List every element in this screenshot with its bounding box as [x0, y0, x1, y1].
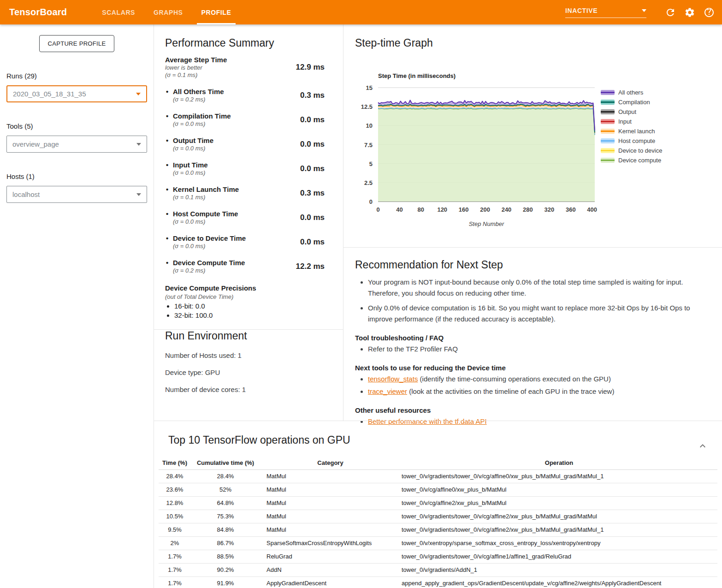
performance-item: •Output Time(σ = 0.0 ms)0.0 ms	[165, 137, 332, 152]
table-row: 2%86.7%SparseSoftmaxCrossEntropyWithLogi…	[159, 536, 717, 550]
table-row: 12.8%64.8%MatMultower_0/v/cg/affine2/xw_…	[159, 496, 717, 510]
item-label: Output Time	[173, 137, 213, 145]
svg-text:80: 80	[418, 206, 424, 213]
table-cell: tower_0/v/gradients/AddN_1	[401, 563, 717, 576]
step-time-graph-title: Step-time Graph	[355, 37, 711, 49]
table-cell: SparseSoftmaxCrossEntropyWithLogits	[260, 536, 401, 550]
performance-item: •All Others Time(σ = 0.2 ms)0.3 ms	[165, 88, 332, 103]
link-item: tensorflow_stats (identify the time-cons…	[368, 374, 704, 385]
legend-label: Input	[618, 118, 632, 125]
tools-value: overview_page	[12, 140, 59, 148]
performance-items: •All Others Time(σ = 0.2 ms)0.3 ms•Compi…	[165, 88, 332, 274]
legend-swatch	[601, 129, 615, 134]
step-time-chart: 02.557.51012.515040801201602002402803203…	[343, 72, 722, 234]
bullet: •	[165, 137, 173, 152]
tab-scalars[interactable]: SCALARS	[95, 0, 142, 24]
column-header: Category	[260, 456, 401, 469]
legend-swatch	[601, 138, 615, 143]
nav-tabs: SCALARSGRAPHSPROFILE	[93, 0, 240, 24]
chart-wrap: 02.557.51012.515040801201602002402803203…	[343, 72, 722, 248]
legend-item: Device compute	[601, 155, 662, 165]
table-cell: ApplyGradientDescent	[260, 576, 401, 588]
table-cell: 10.5%	[159, 510, 191, 523]
legend-swatch	[601, 119, 615, 124]
performance-item: •Compilation Time(σ = 0.0 ms)0.0 ms	[165, 112, 332, 128]
sidebar: CAPTURE PROFILE Runs (29)2020_03_05_18_3…	[0, 24, 154, 588]
toolbar: TensorBoard SCALARSGRAPHSPROFILE INACTIV…	[0, 0, 722, 24]
tab-graphs[interactable]: GRAPHS	[147, 0, 189, 24]
table-row: 1.7%88.5%ReluGradtower_0/v/gradients/tow…	[159, 550, 717, 563]
table-cell: tower_0/v/gradients/tower_0/v/cg/affine1…	[401, 550, 717, 563]
legend-item: Compilation	[601, 97, 662, 107]
table-cell: tower_0/v/xentropy/sparse_softmax_cross_…	[401, 536, 717, 550]
legend-swatch	[601, 109, 615, 114]
sidebar-selectors: Runs (29)2020_03_05_18_31_35Tools (5)ove…	[6, 72, 147, 203]
average-step-time-label: Average Step Time	[165, 56, 227, 64]
svg-text:7.5: 7.5	[364, 142, 373, 148]
table-cell: 64.8%	[191, 496, 260, 510]
table-cell: 52%	[191, 483, 260, 496]
precisions-note: (out of Total Device Time)	[165, 293, 332, 300]
average-step-time-row: Average Step Time lower is better (σ = 0…	[165, 56, 332, 79]
table-cell: 12.8%	[159, 496, 191, 510]
item-value: 0.3 ms	[300, 91, 332, 100]
chevron-down-icon	[642, 9, 646, 12]
svg-text:15: 15	[366, 84, 373, 91]
chart-legend: All othersCompilationOutputInputKernel l…	[601, 88, 662, 165]
legend-label: All others	[618, 89, 643, 96]
table-cell: tower_0/v/gradients/tower_0/v/cg/affine2…	[401, 510, 717, 523]
bullet: •	[165, 88, 173, 103]
table-cell: tower_0/v/gradients/tower_0/v/cg/affine2…	[401, 523, 717, 536]
link[interactable]: tensorflow_stats	[368, 375, 418, 383]
legend-swatch	[601, 100, 615, 105]
table-row: 1.7%91.9%ApplyGradientDescentappend_appl…	[159, 576, 717, 588]
svg-text:120: 120	[437, 206, 447, 213]
link-description: (look at the activities on the timeline …	[407, 387, 614, 395]
svg-text:0: 0	[369, 198, 373, 205]
runs-select[interactable]: 2020_03_05_18_31_35	[6, 85, 147, 102]
next-tools-list: tensorflow_stats (identify the time-cons…	[355, 374, 704, 397]
svg-text:5: 5	[369, 160, 373, 167]
tab-profile[interactable]: PROFILE	[195, 0, 238, 24]
hosts-label: Hosts (1)	[6, 172, 147, 180]
precisions-title: Device Compute Precisions	[165, 284, 332, 292]
item-label: Device Compute Time	[173, 259, 245, 267]
item-value: 0.0 ms	[300, 213, 332, 222]
top-ops-table: Time (%)Cumulative time (%)CategoryOpera…	[159, 456, 717, 588]
capture-profile-button[interactable]: CAPTURE PROFILE	[39, 35, 115, 52]
link-item: trace_viewer (look at the activities on …	[368, 386, 704, 397]
svg-text:Step Number: Step Number	[469, 220, 504, 227]
table-cell: 28.4%	[159, 469, 191, 483]
svg-text:160: 160	[459, 206, 469, 213]
item-label: Host Compute Time	[173, 210, 238, 218]
hosts-value: localhost	[12, 190, 40, 198]
performance-item: •Input Time(σ = 0.0 ms)0.0 ms	[165, 161, 332, 177]
tools-label: Tools (5)	[6, 122, 147, 130]
status-value: INACTIVE	[565, 7, 598, 14]
run-env-line: Number of device cores: 1	[165, 386, 332, 393]
bullet: •	[165, 161, 173, 177]
link[interactable]: trace_viewer	[368, 387, 407, 395]
table-cell: 90.2%	[191, 563, 260, 576]
recommendation-bullet: Only 0.0% of device computation is 16 bi…	[368, 303, 704, 325]
svg-text:400: 400	[587, 206, 597, 213]
tools-select[interactable]: overview_page	[6, 136, 147, 153]
settings-gear-icon[interactable]	[684, 7, 695, 18]
item-sigma: (σ = 0.0 ms)	[173, 218, 238, 226]
table-cell: 28.4%	[191, 469, 260, 483]
table-cell: 91.9%	[191, 576, 260, 588]
table-cell: tower_0/v/cg/affine0/xw_plus_b/MatMul	[401, 483, 717, 496]
help-icon[interactable]	[704, 7, 715, 18]
item-value: 0.0 ms	[300, 115, 332, 125]
status-dropdown[interactable]: INACTIVE	[565, 7, 646, 18]
table-cell: MatMul	[260, 523, 401, 536]
table-cell: 1.7%	[159, 563, 191, 576]
chevron-up-icon[interactable]	[697, 440, 708, 451]
refresh-icon[interactable]	[665, 7, 676, 18]
top-ops-title: Top 10 TensorFlow operations on GPU	[168, 434, 717, 446]
recommendation-card: Recommendation for Next Step Your progra…	[343, 248, 722, 427]
toolbar-right: INACTIVE	[565, 7, 715, 18]
item-value: 0.0 ms	[300, 140, 332, 149]
hosts-select[interactable]: localhost	[6, 186, 147, 203]
app-logo: TensorBoard	[9, 7, 67, 18]
